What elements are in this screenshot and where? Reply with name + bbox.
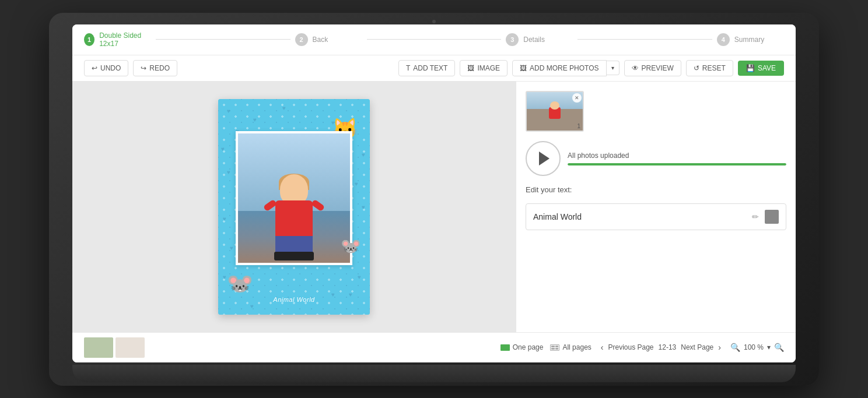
laptop-base [72,365,796,382]
zoom-control: 🔍 100 % ▾ 🔍 [730,343,784,352]
all-pages-label: All pages [562,343,591,351]
reset-button[interactable]: ↺ RESET [686,60,733,76]
redo-button[interactable]: ↪ REDO [133,60,177,76]
color-swatch[interactable] [765,210,779,224]
zoom-value: 100 % [744,343,764,351]
play-button[interactable] [526,141,561,176]
mouse-sticker-right: 🐭 [338,233,364,259]
grid-cell-2 [555,346,559,347]
wizard-step-num-3: 3 [506,33,519,46]
undo-label: UNDO [100,64,121,72]
image-icon: 🖼 [467,64,474,72]
next-page-label[interactable]: Next Page [681,343,713,351]
photo-card[interactable]: ♥ ♥ ♥ ♥ ♥ ♥ ♥ ♥ ♥ ♥ ♥ ♥ ♥ [218,99,370,315]
wizard-step-2[interactable]: 2 Back [295,33,362,46]
image-button[interactable]: 🖼 IMAGE [460,60,508,76]
bottom-thumbnails [84,337,145,358]
page-toggle: One page All pages [501,343,592,351]
zoom-out-button[interactable]: 🔍 [730,343,740,352]
progress-area: All photos uploaded [526,141,786,176]
photo-thumb-close-button[interactable]: ✕ [572,93,582,103]
page-range: 12-13 [659,343,677,351]
kid-shirt [275,200,313,238]
card-text: Animal World [218,296,370,303]
wizard-step-1[interactable]: 1 Double Sided 12x17 [84,31,151,48]
kid-pants [275,236,313,253]
progress-bar-fill [568,163,786,165]
progress-bar-bg [568,163,786,165]
wizard-step-label-3: Details [523,36,545,44]
add-text-label: ADD TEXT [413,64,447,72]
photos-strip: ✕ 1 [526,91,786,132]
undo-button[interactable]: ↩ UNDO [84,60,128,76]
text-input-row[interactable]: Animal World ✏ [526,203,786,230]
zoom-in-button[interactable]: 🔍 [774,343,784,352]
right-panel: ✕ 1 All photos uploaded [516,82,796,332]
add-more-photos-dropdown[interactable]: ▾ [607,61,620,75]
wizard-step-num-1: 1 [84,33,94,46]
thumb-figure [547,100,563,126]
wizard-step-3[interactable]: 3 Details [506,33,573,46]
one-page-icon [501,344,510,351]
redo-icon: ↪ [141,64,146,72]
text-input-value: Animal World [533,212,746,221]
wizard-step-4[interactable]: 4 Summary [717,33,784,46]
add-text-button[interactable]: T ADD TEXT [398,60,455,76]
wizard-divider-2 [367,39,501,40]
add-more-photos-button[interactable]: 🖼 ADD MORE PHOTOS [512,60,606,76]
prev-page-label[interactable]: Previous Page [608,343,654,351]
prev-page-arrow[interactable]: ‹ [601,343,604,352]
text-editor-section: Edit your text: [526,185,786,194]
grid-cell-3 [551,348,555,350]
wizard-step-num-4: 4 [717,33,730,46]
wizard-step-label-1: Double Sided 12x17 [99,31,151,48]
text-icon: T [406,64,410,72]
save-button[interactable]: 💾 SAVE [738,61,784,76]
preview-label: PREVIEW [642,64,674,72]
wizard-nav: 1 Double Sided 12x17 2 Back 3 Details 4 … [72,24,796,55]
main-content: ♥ ♥ ♥ ♥ ♥ ♥ ♥ ♥ ♥ ♥ ♥ ♥ ♥ [72,82,796,332]
photo-frame[interactable] [236,131,352,265]
one-page-toggle[interactable]: One page [501,343,544,351]
preview-icon: 👁 [632,64,639,72]
kid-shoes [274,252,314,260]
grid-cell-4 [555,348,559,350]
canvas-area[interactable]: ♥ ♥ ♥ ♥ ♥ ♥ ♥ ♥ ♥ ♥ ♥ ♥ ♥ [72,82,516,332]
all-pages-toggle[interactable]: All pages [550,343,591,351]
reset-icon: ↺ [694,64,699,72]
zoom-dropdown-icon[interactable]: ▾ [767,343,771,351]
photo-thumb-count: 1 [577,123,580,129]
play-icon [539,152,550,165]
wizard-step-label-2: Back [313,36,328,44]
redo-label: REDO [149,64,170,72]
add-more-photos-label: ADD MORE PHOTOS [530,64,598,72]
toolbar: ↩ UNDO ↪ REDO T ADD TEXT 🖼 IMAGE [72,55,796,82]
bottom-thumb-1[interactable] [84,337,113,358]
bottom-bar: One page All pages ‹ Previous P [72,332,796,362]
photos-icon: 🖼 [520,64,527,72]
wizard-divider-3 [578,39,712,40]
save-label: SAVE [758,64,776,72]
preview-button[interactable]: 👁 PREVIEW [624,60,681,76]
grid-cell-1 [551,346,555,347]
add-more-photos-group: 🖼 ADD MORE PHOTOS ▾ [512,60,619,76]
next-page-arrow[interactable]: › [718,343,721,352]
pagination: ‹ Previous Page 12-13 Next Page › [601,343,721,352]
photo-thumbnail[interactable]: ✕ 1 [526,91,584,132]
wizard-step-num-2: 2 [295,33,308,46]
photo-frame-image [238,133,350,263]
undo-icon: ↩ [92,64,97,72]
one-page-label: One page [513,343,544,351]
laptop-screen: 1 Double Sided 12x17 2 Back 3 Details 4 … [72,24,796,362]
save-icon: 💾 [746,64,755,72]
bottom-thumb-2[interactable] [116,337,145,358]
wizard-step-label-4: Summary [734,36,764,44]
progress-label: All photos uploaded [568,152,786,160]
camera-dot [432,20,436,23]
all-pages-icon [550,344,559,351]
thumb-head [550,101,559,110]
app-container: 1 Double Sided 12x17 2 Back 3 Details 4 … [72,24,796,362]
image-label: IMAGE [477,64,500,72]
edit-text-button[interactable]: ✏ [751,211,760,223]
wizard-divider-1 [156,39,290,40]
